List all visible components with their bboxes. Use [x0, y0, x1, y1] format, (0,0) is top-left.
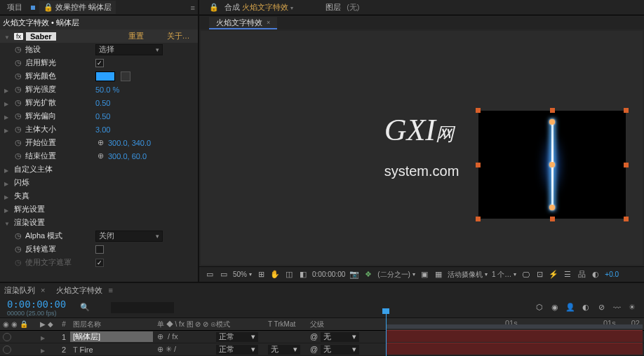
close-icon[interactable]: × — [267, 19, 270, 26]
snapshot-icon[interactable]: 📷 — [349, 270, 359, 280]
tab-render-queue[interactable]: 渲染队列 — [4, 285, 35, 296]
glow-spread-value[interactable]: 0.50 — [95, 99, 173, 107]
blend-mode-dropdown[interactable]: 正常▾ — [216, 332, 258, 342]
link-reset[interactable]: 重置 — [116, 31, 156, 41]
parent-dropdown[interactable]: 无▾ — [321, 332, 359, 342]
work-area-bar[interactable] — [386, 324, 643, 329]
timeline-search-input[interactable] — [111, 302, 174, 313]
invert-mask-checkbox[interactable] — [95, 245, 104, 254]
stopwatch-icon[interactable]: ◷ — [14, 45, 22, 54]
exposure-value[interactable]: +0.0 — [605, 271, 619, 278]
rectangle-icon[interactable]: ▭ — [205, 270, 215, 280]
enable-glow-checkbox[interactable]: ✓ — [95, 59, 104, 67]
view-icon[interactable]: 🖵 — [521, 270, 530, 280]
parent-dropdown[interactable]: 无▾ — [321, 345, 359, 355]
selection-handle[interactable] — [550, 217, 555, 221]
current-time-display[interactable]: 0:00:00:00 — [312, 271, 345, 278]
layer-name[interactable]: T Fire — [70, 345, 153, 354]
stopwatch-icon[interactable]: ◷ — [14, 151, 22, 160]
channel-icon[interactable]: ◧ — [298, 270, 308, 280]
rectangle-icon[interactable]: ▭ — [219, 270, 229, 280]
layer-duration-bar[interactable] — [386, 343, 643, 355]
stopwatch-icon[interactable]: ◷ — [14, 245, 22, 254]
camera-dropdown[interactable]: 活动摄像机▾ — [448, 270, 488, 280]
selection-handle[interactable] — [476, 108, 481, 113]
tab-effect-controls[interactable]: 🔒 效果控件 蜗体层 — [39, 1, 116, 14]
end-pos-value[interactable]: 300.0, 60.0 — [108, 152, 185, 160]
resolution-dropdown[interactable]: (二分之一)▾ — [377, 270, 415, 280]
brainstorm-icon[interactable]: ☀ — [627, 303, 637, 313]
comp-sub-tab[interactable]: 火焰文字特效 × — [209, 17, 277, 29]
frame-blend-icon[interactable]: ◐ — [581, 303, 591, 313]
link-about[interactable]: 关于… — [159, 31, 198, 41]
crosshair-icon[interactable]: ⊕ — [95, 138, 105, 148]
current-timecode[interactable]: 0:00:00:00 — [0, 299, 73, 310]
glow-bias-value[interactable]: 0.50 — [95, 112, 173, 121]
crosshair-icon[interactable]: ⊕ — [95, 151, 105, 161]
timeline-icon[interactable]: ☰ — [563, 270, 572, 280]
saber-end-handle[interactable] — [549, 119, 555, 125]
body-size-value[interactable]: 3.00 — [95, 125, 173, 134]
graph-editor-icon[interactable]: 〰 — [612, 303, 622, 313]
disclosure-icon[interactable] — [4, 99, 11, 107]
color-icon[interactable]: ❖ — [363, 270, 373, 280]
start-pos-value[interactable]: 300.0, 340.0 — [108, 139, 185, 147]
comp-mini-flowchart-icon[interactable]: ⬡ — [535, 303, 544, 313]
disclosure-icon[interactable] — [4, 32, 11, 41]
disclosure-icon[interactable] — [39, 333, 46, 341]
disclosure-icon[interactable] — [4, 85, 11, 94]
fast-preview-icon[interactable]: ⚡ — [549, 270, 558, 280]
tab-project[interactable]: 项目 — [3, 1, 27, 14]
glow-color-swatch[interactable] — [95, 71, 115, 81]
motion-blur-icon[interactable]: ⊘ — [596, 303, 606, 313]
pickwhip-icon[interactable]: @ — [310, 345, 318, 355]
selection-handle[interactable] — [550, 108, 555, 113]
fx-badge[interactable]: fx — [14, 33, 23, 40]
layer-name[interactable]: [蜗体层] — [70, 331, 153, 342]
disclosure-icon[interactable] — [4, 125, 11, 134]
region-icon[interactable]: ▣ — [420, 270, 429, 280]
reset-exposure-icon[interactable]: ◐ — [591, 270, 601, 280]
selection-handle[interactable] — [476, 163, 481, 167]
disclosure-icon[interactable] — [39, 345, 46, 354]
disclosure-icon[interactable] — [4, 205, 11, 214]
blend-mode-dropdown[interactable]: 正常▾ — [216, 345, 258, 355]
selection-handle[interactable] — [624, 217, 629, 221]
preset-dropdown[interactable]: 选择 ▾ — [95, 44, 163, 55]
stopwatch-icon[interactable]: ◷ — [14, 138, 22, 147]
stopwatch-icon[interactable]: ◷ — [14, 85, 22, 94]
composition-viewer[interactable]: GXI网 system.com — [201, 31, 643, 265]
saber-end-handle[interactable] — [549, 205, 555, 210]
stopwatch-icon[interactable]: ◷ — [14, 231, 22, 240]
stopwatch-icon[interactable]: ◷ — [14, 125, 22, 134]
disclosure-icon[interactable] — [4, 192, 11, 200]
views-dropdown[interactable]: 1 个…▾ — [492, 270, 516, 280]
tab-timeline-comp[interactable]: 火焰文字特效 — [56, 285, 102, 296]
tab-composition[interactable]: 合成 火焰文字特效 ▾ — [224, 2, 293, 13]
shy-icon[interactable]: 👤 — [565, 303, 575, 313]
stopwatch-icon[interactable]: ◷ — [14, 71, 22, 81]
panel-menu-icon[interactable]: ≡ — [191, 4, 195, 12]
current-time-indicator[interactable] — [386, 308, 387, 356]
eye-icon[interactable] — [3, 333, 11, 341]
grid-icon[interactable]: ⊞ — [256, 270, 266, 280]
zoom-dropdown[interactable]: 50%▾ — [233, 271, 252, 278]
pickwhip-icon[interactable]: @ — [310, 332, 318, 342]
comp-frame[interactable] — [478, 111, 626, 219]
glow-intensity-value[interactable]: 50.0 % — [95, 85, 173, 94]
eyedropper-icon[interactable] — [121, 71, 130, 81]
layer-duration-bar[interactable] — [386, 330, 643, 342]
stopwatch-icon[interactable]: ◷ — [14, 98, 22, 107]
pixel-icon[interactable]: ⊡ — [535, 270, 544, 280]
stopwatch-icon[interactable]: ◷ — [14, 111, 22, 121]
selection-handle[interactable] — [476, 217, 481, 221]
draft3d-icon[interactable]: ◉ — [550, 303, 560, 313]
stopwatch-icon[interactable]: ◷ — [14, 58, 22, 67]
saber-anchor-handle[interactable] — [549, 162, 555, 167]
eye-icon[interactable] — [3, 345, 11, 354]
disclosure-icon[interactable] — [4, 219, 11, 227]
trkmat-dropdown[interactable]: 无▾ — [268, 345, 300, 355]
transparency-grid-icon[interactable]: ▦ — [434, 270, 443, 280]
disclosure-icon[interactable] — [4, 112, 11, 121]
hand-icon[interactable]: ✋ — [270, 270, 280, 280]
